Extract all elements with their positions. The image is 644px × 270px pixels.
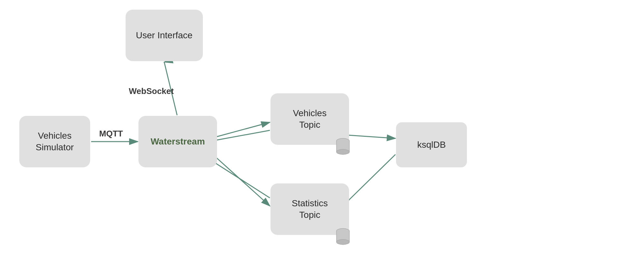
ksqldb-to-statistics-arrow — [349, 154, 395, 200]
diagram-container: User Interface VehiclesSimulator Waterst… — [0, 0, 644, 270]
statistics-to-waterstream-arrow — [217, 164, 270, 198]
user-interface-node: User Interface — [126, 10, 203, 61]
waterstream-to-vehicles-arrow — [216, 122, 270, 137]
waterstream-to-statistics-arrow — [216, 158, 270, 206]
vehicles-simulator-node: VehiclesSimulator — [19, 116, 90, 167]
statistics-topic-cylinder — [336, 228, 350, 245]
mqtt-label: MQTT — [99, 129, 123, 139]
statistics-topic-node: StatisticsTopic — [270, 183, 349, 235]
vehicles-to-ksqldb-arrow — [348, 135, 395, 138]
svg-point-6 — [336, 149, 349, 154]
ksqldb-node: ksqlDB — [396, 122, 467, 167]
websocket-label: WebSocket — [129, 86, 174, 96]
vehicles-topic-node: VehiclesTopic — [270, 93, 349, 145]
vehicles-to-waterstream-arrow — [217, 130, 270, 140]
svg-point-11 — [336, 239, 349, 245]
waterstream-node: Waterstream — [138, 116, 217, 167]
vehicles-topic-cylinder — [336, 138, 350, 155]
